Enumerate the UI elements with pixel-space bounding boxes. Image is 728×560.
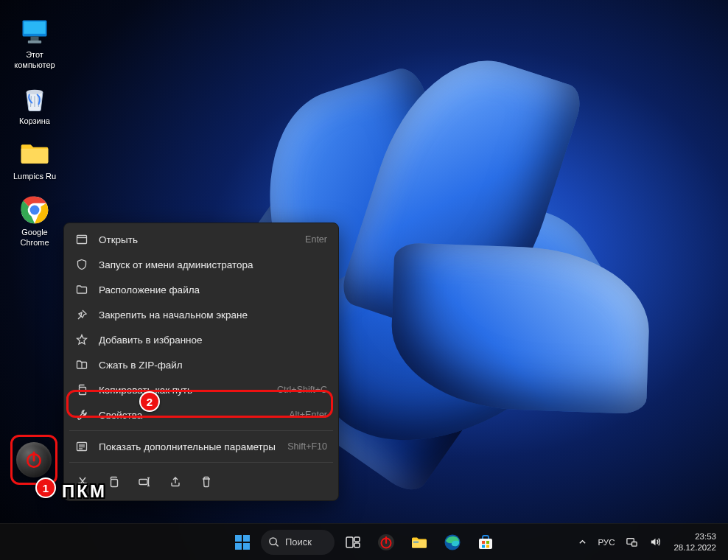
svg-rect-39 — [412, 540, 427, 548]
taskbar-taskview[interactable] — [338, 528, 368, 557]
taskbar-app-edge[interactable] — [438, 528, 467, 557]
svg-rect-40 — [413, 542, 419, 542]
context-menu: ОткрытьEnter Запуск от имени администрат… — [63, 223, 339, 501]
desktop-icons-column: Этоткомпьютер Корзина Lumpics Ru GoogleC… — [6, 15, 63, 250]
ctx-label: Свойства — [99, 410, 283, 421]
svg-rect-42 — [479, 539, 492, 549]
ctx-action-bar — [68, 466, 335, 497]
svg-rect-45 — [482, 545, 485, 547]
tray-volume-icon[interactable] — [644, 528, 667, 557]
time: 23:53 — [695, 531, 716, 542]
svg-rect-44 — [486, 541, 489, 544]
svg-rect-27 — [235, 535, 242, 542]
desktop-icon-this-pc[interactable]: Этоткомпьютер — [6, 15, 63, 72]
ctx-bar-share[interactable] — [162, 469, 189, 495]
ctx-item-pin-start[interactable]: Закрепить на начальном экране — [68, 302, 335, 327]
folder-outline-icon — [75, 284, 88, 295]
ctx-label: Открыть — [99, 234, 299, 245]
ctx-item-add-fav[interactable]: Добавить в избранное — [68, 327, 335, 352]
tray-clock[interactable]: 23:5328.12.2022 — [668, 528, 722, 557]
ctx-item-file-location[interactable]: Расположение файла — [68, 277, 335, 302]
ctx-item-run-admin[interactable]: Запуск от имени администратора — [68, 252, 335, 277]
star-icon — [75, 334, 88, 346]
ctx-bar-rename[interactable] — [131, 469, 158, 495]
svg-point-31 — [270, 538, 276, 545]
pin-icon — [75, 309, 88, 321]
shield-icon — [75, 259, 88, 270]
svg-rect-3 — [28, 41, 41, 43]
tray-overflow-button[interactable] — [573, 528, 592, 557]
ctx-label: Закрепить на начальном экране — [99, 309, 327, 321]
window-icon — [75, 234, 88, 245]
tray-network-icon[interactable] — [620, 528, 643, 557]
ctx-shortcut: Ctrl+Shift+C — [277, 385, 327, 395]
search-label: Поиск — [285, 536, 312, 547]
tray-language[interactable]: РУС — [592, 528, 620, 557]
ctx-bar-copy[interactable] — [100, 469, 127, 495]
svg-rect-46 — [486, 545, 489, 547]
recycle-bin-icon — [18, 83, 51, 115]
chrome-icon — [18, 194, 51, 226]
svg-rect-28 — [243, 535, 250, 542]
ctx-label: Копировать как путь — [99, 385, 271, 396]
svg-rect-2 — [31, 37, 39, 41]
ctx-item-properties[interactable]: СвойстваAlt+Enter — [68, 402, 335, 427]
svg-rect-13 — [80, 388, 86, 395]
ctx-shortcut: Alt+Enter — [289, 410, 327, 420]
taskbar-search[interactable]: Поиск — [261, 530, 335, 555]
zip-icon — [75, 359, 88, 371]
svg-rect-35 — [354, 543, 360, 547]
desktop-icon-folder[interactable]: Lumpics Ru — [6, 136, 63, 183]
desktop-icon-chrome[interactable]: GoogleChrome — [6, 192, 63, 250]
ctx-shortcut: Enter — [305, 234, 327, 245]
icon-label: GoogleChrome — [20, 228, 49, 248]
more-options-icon — [75, 441, 88, 452]
ctx-item-open[interactable]: ОткрытьEnter — [68, 227, 335, 252]
svg-rect-33 — [346, 537, 353, 547]
copy-icon — [75, 384, 88, 396]
date: 28.12.2022 — [673, 542, 716, 553]
svg-rect-48 — [632, 542, 637, 547]
ctx-separator — [69, 430, 333, 431]
system-tray: РУС 23:5328.12.2022 — [573, 524, 722, 560]
taskbar-center: Поиск — [228, 528, 500, 557]
taskbar-app-store[interactable] — [471, 528, 500, 557]
svg-rect-23 — [139, 480, 147, 485]
svg-point-19 — [84, 483, 88, 487]
ctx-label: Сжать в ZIP-файл — [99, 360, 327, 371]
wrench-icon — [75, 409, 88, 421]
svg-point-4 — [27, 89, 43, 94]
ctx-item-zip[interactable]: Сжать в ZIP-файл — [68, 352, 335, 377]
taskbar-app-explorer[interactable] — [405, 528, 434, 557]
ctx-bar-cut[interactable] — [69, 469, 96, 495]
ctx-shortcut: Shift+F10 — [287, 441, 327, 452]
folder-icon — [18, 138, 51, 170]
svg-rect-10 — [77, 236, 87, 244]
svg-line-32 — [276, 544, 278, 546]
svg-rect-1 — [24, 21, 45, 34]
ctx-label: Показать дополнительные параметры — [99, 441, 281, 452]
ctx-bar-delete[interactable] — [193, 469, 220, 495]
ctx-label: Добавить в избранное — [99, 335, 327, 346]
start-button[interactable] — [228, 528, 257, 557]
svg-rect-34 — [354, 537, 360, 542]
taskbar: Поиск РУС 23:5328.12.2022 — [0, 523, 728, 560]
taskbar-app-power[interactable] — [371, 528, 401, 557]
svg-rect-30 — [243, 543, 250, 550]
monitor-icon — [18, 16, 51, 49]
ctx-separator — [69, 462, 333, 463]
svg-point-18 — [78, 483, 82, 487]
ctx-label: Расположение файла — [99, 284, 327, 295]
ctx-label: Запуск от имени администратора — [99, 259, 327, 270]
ctx-item-more-options[interactable]: Показать дополнительные параметрыShift+F… — [68, 434, 335, 459]
desktop-icon-recycle-bin[interactable]: Корзина — [6, 81, 63, 128]
svg-rect-22 — [111, 480, 118, 487]
svg-point-7 — [30, 206, 40, 215]
icon-label: Корзина — [19, 116, 50, 127]
icon-label: Этоткомпьютер — [14, 50, 55, 71]
icon-label: Lumpics Ru — [13, 172, 56, 182]
desktop-icon-power-shortcut[interactable] — [16, 442, 52, 477]
ctx-item-copy-path[interactable]: Копировать как путьCtrl+Shift+C — [68, 377, 335, 402]
svg-rect-29 — [235, 543, 242, 550]
svg-rect-43 — [482, 541, 485, 544]
